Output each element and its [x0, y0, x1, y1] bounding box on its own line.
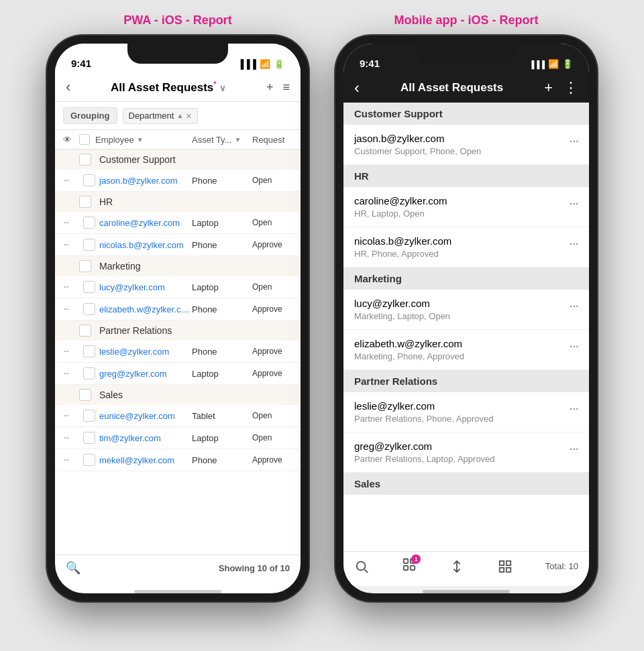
signal-icon: ▐▐▐ — [237, 59, 256, 69]
row-menu-dots[interactable]: ··· — [63, 345, 79, 357]
item-more-button[interactable]: ··· — [569, 133, 578, 148]
table-row: ··· lucy@zylker.com Laptop Open — [55, 276, 301, 298]
column-headers: 👁 Employee ▼ Asset Ty... ▼ Request — [55, 130, 301, 150]
asset-col-header[interactable]: Asset Ty... ▼ — [192, 135, 252, 145]
mobile-label: Mobile app - iOS - Report — [394, 13, 539, 27]
employee-col-header[interactable]: Employee ▼ — [95, 135, 192, 145]
group-header-customer-support: Customer Support — [55, 150, 301, 170]
item-email: nicolas.b@zylker.com — [354, 235, 451, 247]
item-more-button[interactable]: ··· — [569, 338, 578, 353]
row-menu-dots[interactable]: ··· — [63, 410, 79, 422]
item-email: caroline@zylker.com — [354, 195, 447, 206]
row-status: Open — [252, 218, 292, 227]
row-asset: Tablet — [192, 411, 252, 421]
row-asset: Phone — [192, 304, 252, 314]
svg-rect-4 — [404, 566, 408, 570]
row-checkbox[interactable] — [83, 410, 95, 422]
row-menu-dots[interactable]: ··· — [63, 454, 79, 466]
mobile-group-header-partner-relations: Partner Relations — [343, 370, 589, 392]
group-checkbox[interactable] — [79, 389, 91, 401]
row-asset: Laptop — [192, 218, 252, 228]
item-more-button[interactable]: ··· — [569, 195, 578, 211]
row-asset: Laptop — [192, 369, 252, 379]
group-header-marketing: Marketing — [55, 256, 301, 276]
mobile-screen: 9:41 ▐▐▐ 📶 🔋 ‹ All Asset Requests + ⋮ — [343, 44, 589, 593]
list-item: nicolas.b@zylker.com HR, Phone, Approved… — [343, 227, 589, 268]
table-row: ··· tim@zylker.com Laptop Open — [55, 427, 301, 449]
battery-icon: 🔋 — [274, 59, 284, 69]
wifi-icon: 📶 — [260, 59, 270, 69]
pwa-phone: 9:41 ▐▐▐ 📶 🔋 ‹ All Asset Requests* ∨ + ≡ — [47, 36, 309, 601]
search-tab[interactable] — [354, 559, 369, 574]
select-all-checkbox[interactable] — [79, 134, 95, 145]
row-menu-dots[interactable]: ··· — [63, 281, 79, 293]
row-menu-dots[interactable]: ··· — [63, 303, 79, 315]
list-item: greg@zylker.com Partner Relations, Lapto… — [343, 432, 589, 473]
row-status: Approve — [252, 304, 292, 314]
item-meta: Marketing, Phone, Approved — [354, 351, 464, 361]
row-checkbox[interactable] — [83, 303, 95, 315]
pwa-header-icons: + ≡ — [266, 80, 290, 95]
pwa-container: PWA - iOS - Report 9:41 ▐▐▐ 📶 🔋 ‹ All As… — [47, 13, 309, 601]
row-status: Open — [252, 411, 292, 420]
group-checkbox[interactable] — [79, 196, 91, 208]
row-checkbox[interactable] — [83, 281, 95, 293]
back-button[interactable]: ‹ — [66, 78, 70, 96]
row-checkbox[interactable] — [83, 239, 95, 251]
notch — [416, 44, 517, 64]
mobile-header-icons: + ⋮ — [544, 79, 578, 97]
row-menu-dots[interactable]: ··· — [63, 239, 79, 251]
group-checkbox[interactable] — [79, 324, 91, 337]
table-row: ··· jason.b@zylker.com Phone Open — [55, 170, 301, 192]
item-meta: HR, Phone, Approved — [354, 249, 451, 259]
menu-button[interactable]: ≡ — [282, 80, 290, 95]
item-more-button[interactable]: ··· — [569, 298, 578, 313]
svg-line-1 — [364, 569, 368, 573]
pwa-status-icons: ▐▐▐ 📶 🔋 — [237, 59, 284, 69]
row-asset: Phone — [192, 240, 252, 250]
eye-icon[interactable]: 👁 — [63, 135, 79, 145]
item-more-button[interactable]: ··· — [569, 400, 578, 416]
more-button[interactable]: ⋮ — [564, 79, 578, 97]
pwa-footer: 🔍 Showing 10 of 10 — [55, 554, 301, 586]
svg-rect-2 — [404, 559, 408, 563]
pwa-time: 9:41 — [71, 58, 91, 69]
row-checkbox[interactable] — [83, 432, 95, 444]
mobile-page-title: All Asset Requests — [400, 81, 503, 95]
signal-icon: ▐▐▐ — [529, 60, 545, 68]
row-checkbox[interactable] — [83, 174, 95, 186]
request-col-header[interactable]: Request — [252, 135, 292, 145]
home-indicator — [134, 590, 221, 593]
group-checkbox[interactable] — [79, 154, 91, 166]
svg-rect-7 — [499, 560, 503, 565]
add-button[interactable]: + — [266, 80, 274, 95]
grid-tab[interactable] — [498, 559, 513, 574]
row-email: nicolas.b@zylker.com — [99, 240, 192, 250]
list-item: jason.b@zylker.com Customer Support, Pho… — [343, 125, 589, 165]
table-row: ··· greg@zylker.com Laptop Approve — [55, 363, 301, 385]
row-menu-dots[interactable]: ··· — [63, 367, 79, 379]
row-menu-dots[interactable]: ··· — [63, 432, 79, 444]
group-checkbox[interactable] — [79, 260, 91, 272]
grouping-chip[interactable]: Department ▲ × — [123, 108, 198, 124]
row-checkbox[interactable] — [83, 454, 95, 466]
row-asset: Phone — [192, 455, 252, 465]
item-more-button[interactable]: ··· — [569, 235, 578, 251]
row-menu-dots[interactable]: ··· — [63, 217, 79, 229]
row-menu-dots[interactable]: ··· — [63, 174, 79, 186]
item-email: greg@zylker.com — [354, 440, 495, 452]
filter-tab[interactable]: 1 — [402, 557, 417, 575]
row-checkbox[interactable] — [83, 217, 95, 229]
sort-tab[interactable] — [449, 559, 464, 574]
chip-close-button[interactable]: × — [186, 111, 191, 121]
svg-rect-10 — [506, 567, 510, 571]
row-email: greg@zylker.com — [99, 369, 192, 379]
row-checkbox[interactable] — [83, 367, 95, 379]
item-more-button[interactable]: ··· — [569, 440, 578, 456]
back-button[interactable]: ‹ — [354, 78, 360, 97]
add-button[interactable]: + — [544, 79, 553, 97]
table-row: ··· eunice@zylker.com Tablet Open — [55, 405, 301, 427]
row-checkbox[interactable] — [83, 345, 95, 357]
search-icon[interactable]: 🔍 — [66, 560, 80, 575]
table-row: ··· elizabeth.w@zylker.com Phone Approve — [55, 298, 301, 320]
